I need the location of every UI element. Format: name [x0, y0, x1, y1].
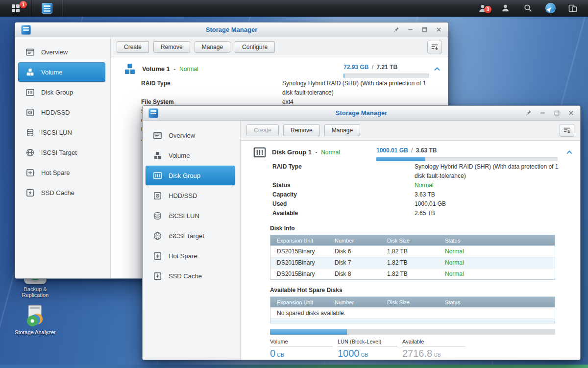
col-header-disk-size[interactable]: Disk Size	[381, 238, 439, 244]
legend-volume: Volume 0GB	[270, 339, 333, 359]
field-label: Status	[272, 181, 415, 190]
usage-summary: 1000.01 GB / 3.63 TB	[376, 146, 558, 161]
window-controls	[525, 110, 574, 117]
show-widgets-button[interactable]	[567, 3, 578, 14]
taskbar-storage-manager-button[interactable]	[31, 0, 63, 16]
maximize-icon[interactable]	[421, 26, 428, 33]
manage-button[interactable]: Manage	[324, 124, 360, 136]
sidebar-item-iscsi-lun[interactable]: iSCSI LUN	[146, 206, 235, 225]
disk-group-section-header[interactable]: Disk Group 1 - Normal 1000.01 GB / 3.63 …	[241, 141, 580, 162]
legend-lun: LUN (Block-Level) 1000GB	[338, 339, 397, 359]
desktop-icon-label: Backup & Replication	[11, 286, 60, 298]
sidebar: Overview Volume Disk Group HDD/SSD iSCSI…	[143, 121, 241, 360]
col-header-status[interactable]: Status	[439, 299, 555, 305]
minimize-icon[interactable]	[407, 26, 414, 33]
sidebar-item-ssd-cache[interactable]: SSD Cache	[18, 183, 105, 202]
col-header-number[interactable]: Number	[328, 299, 381, 305]
close-icon[interactable]	[435, 26, 442, 33]
cell-expansion-unit: DS2015Binary	[270, 259, 328, 266]
sidebar-item-iscsi-target[interactable]: iSCSI Target	[18, 143, 105, 162]
sidebar-item-label: Disk Group	[41, 89, 73, 96]
empty-table-row: No spared disks available.	[270, 307, 555, 319]
allocation-bar	[270, 329, 555, 335]
sidebar-item-volume[interactable]: Volume	[18, 62, 105, 82]
collapse-icon	[431, 43, 439, 51]
main-menu-button[interactable]: 1	[0, 0, 31, 16]
table-row[interactable]: DS2015Binary Disk 7 1.82 TB Normal	[270, 257, 555, 268]
minimize-icon[interactable]	[539, 110, 546, 117]
notifications-button[interactable]: 3	[477, 3, 488, 14]
compass-icon	[545, 3, 556, 13]
content-panel: Disk Group 1 - Normal 1000.01 GB / 3.63 …	[241, 140, 580, 360]
desktop-icon-storage-analyzer[interactable]: Storage Analyzer	[11, 304, 60, 335]
volume-section-header[interactable]: Volume 1 - Normal 72.93 GB / 7.21 TB	[111, 57, 448, 79]
configure-button[interactable]: Configure	[235, 41, 275, 53]
maximize-icon[interactable]	[553, 110, 560, 117]
sidebar-item-overview[interactable]: Overview	[18, 42, 105, 62]
field-label: Available	[272, 209, 415, 218]
sidebar-item-iscsi-target[interactable]: iSCSI Target	[146, 226, 235, 245]
hot-spare-table: Expansion Unit Number Disk Size Status N…	[270, 296, 555, 323]
hot-spare-icon	[25, 168, 35, 177]
field-value: Synology Hybrid RAID (SHR) (With data pr…	[415, 162, 567, 181]
sidebar-item-label: SSD Cache	[41, 189, 74, 196]
user-menu-button[interactable]	[500, 3, 511, 14]
disk-info-title: Disk Info	[270, 225, 580, 232]
total-space: 7.21 TB	[376, 64, 397, 71]
table-header-row: Expansion Unit Number Disk Size Status	[270, 235, 555, 245]
col-header-disk-size[interactable]: Disk Size	[381, 299, 439, 305]
cell-status: Normal	[439, 270, 555, 277]
taskbar: 1 3	[0, 0, 588, 17]
sidebar-item-hot-spare[interactable]: Hot Spare	[18, 163, 105, 182]
iscsi-lun-icon	[153, 211, 162, 221]
create-button[interactable]: Create	[117, 41, 149, 53]
window-title: Storage Manager	[15, 26, 448, 33]
sidebar-item-label: Volume	[41, 69, 62, 76]
col-header-number[interactable]: Number	[328, 238, 381, 244]
sidebar-item-hdd-ssd[interactable]: HDD/SSD	[146, 186, 235, 205]
sidebar-item-label: iSCSI Target	[41, 149, 77, 156]
sidebar-item-label: Overview	[169, 132, 195, 139]
sidebar-item-ssd-cache[interactable]: SSD Cache	[146, 266, 235, 286]
remove-button[interactable]: Remove	[283, 124, 320, 136]
cell-status: Normal	[439, 259, 555, 266]
allocation-bar-lun-segment	[270, 329, 347, 335]
sidebar-item-overview[interactable]: Overview	[146, 125, 235, 145]
widgets-icon	[568, 3, 578, 13]
manage-button[interactable]: Manage	[195, 41, 230, 53]
sidebar-item-volume[interactable]: Volume	[146, 146, 235, 165]
col-header-status[interactable]: Status	[439, 238, 555, 244]
chevron-up-icon[interactable]	[565, 148, 573, 156]
storage-manager-window-front: Storage Manager Overview Volume	[142, 105, 581, 360]
sidebar-item-iscsi-lun[interactable]: iSCSI LUN	[18, 123, 105, 142]
titlebar[interactable]: Storage Manager	[15, 23, 448, 37]
status-badge: Normal	[321, 149, 340, 156]
sidebar-item-hot-spare[interactable]: Hot Spare	[146, 246, 235, 266]
search-button[interactable]	[522, 3, 533, 14]
pilot-view-button[interactable]	[545, 3, 556, 14]
create-button[interactable]: Create	[246, 124, 279, 136]
collapse-all-button[interactable]	[560, 124, 574, 137]
col-header-expansion-unit[interactable]: Expansion Unit	[270, 299, 328, 305]
storage-analyzer-icon	[24, 304, 47, 326]
collapse-all-button[interactable]	[427, 41, 442, 53]
chevron-up-icon[interactable]	[433, 65, 441, 73]
pin-icon[interactable]	[525, 110, 532, 117]
sidebar-item-hdd-ssd[interactable]: HDD/SSD	[18, 102, 105, 122]
titlebar[interactable]: Storage Manager	[143, 106, 580, 121]
sidebar-item-disk-group[interactable]: Disk Group	[18, 82, 105, 102]
col-header-expansion-unit[interactable]: Expansion Unit	[270, 238, 328, 244]
volume-icon	[25, 68, 35, 77]
remove-button[interactable]: Remove	[153, 41, 190, 53]
volume-icon	[123, 62, 137, 76]
cell-disk-size: 1.82 TB	[381, 270, 439, 277]
sidebar-item-disk-group[interactable]: Disk Group	[146, 166, 235, 185]
table-row[interactable]: DS2015Binary Disk 8 1.82 TB Normal	[270, 268, 555, 279]
table-row[interactable]: DS2015Binary Disk 6 1.82 TB Normal	[270, 245, 555, 257]
desktop: 1 3 Backup &	[0, 0, 588, 368]
disk-group-icon	[25, 88, 35, 97]
usage-bar	[376, 157, 558, 161]
close-icon[interactable]	[567, 110, 574, 117]
disk-info-table: Expansion Unit Number Disk Size Status D…	[270, 235, 555, 280]
pin-icon[interactable]	[392, 26, 399, 33]
